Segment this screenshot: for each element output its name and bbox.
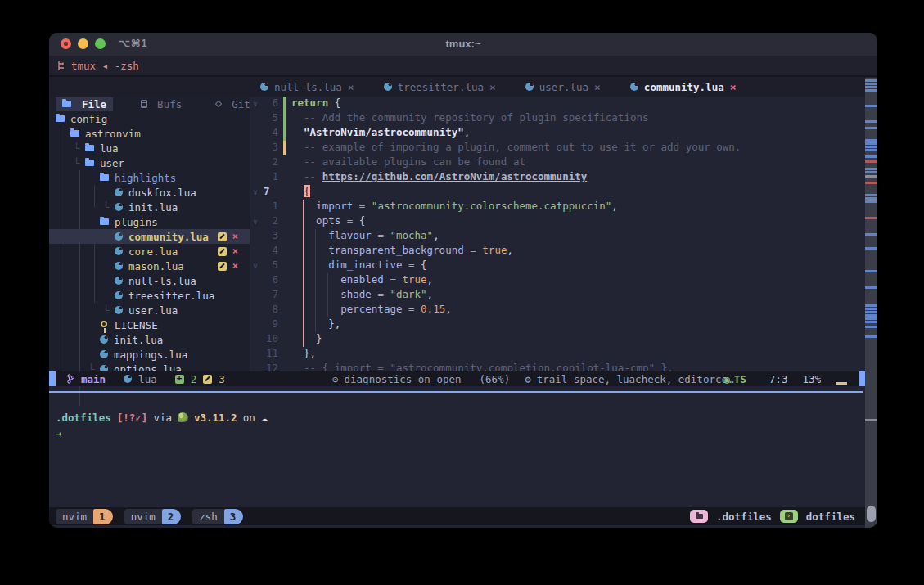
git-sign [282, 244, 288, 259]
scroll-percent: 13% [802, 373, 821, 385]
tree-item-treesitter.lua[interactable]: treesitter.lua [49, 288, 250, 303]
scrollbar-mark [865, 79, 877, 82]
tree-item-LICENSE[interactable]: LICENSE [49, 317, 250, 332]
line-number: 1 [261, 200, 282, 214]
buffer-tabline: null-ls.lua×treesitter.lua×user.lua×comm… [49, 77, 865, 97]
scrollbar-mark [865, 200, 877, 203]
scrollbar-mark [865, 89, 877, 92]
neotree-tab-file[interactable]: File [56, 97, 113, 111]
tree-item-user.lua[interactable]: └user.lua [49, 303, 250, 317]
code-line[interactable]: 4 "AstroNvim/astrocommunity", [250, 126, 865, 141]
file-tree: configastronvim└lua└userhighlightsduskfo… [49, 111, 250, 376]
terminal-tab-bar[interactable]: tmux ◂ -zsh [49, 56, 877, 77]
git-unstaged-icon: × [232, 247, 238, 256]
tree-item-label: core.lua [128, 245, 178, 258]
terminal-window: ⌥⌘1 tmux:~ tmux ◂ -zsh null-ls.lua×trees… [49, 33, 877, 528]
license-key-icon [101, 321, 107, 327]
neotree-sidebar: File Bufs Git configastronvim└lua└userhi… [49, 97, 250, 371]
tree-item-duskfox.lua[interactable]: duskfox.lua [49, 185, 250, 200]
lsp-icon: ⚙ [525, 373, 531, 385]
tree-item-null-ls.lua[interactable]: null-ls.lua [49, 273, 250, 288]
window-titlebar[interactable]: ⌥⌘1 tmux:~ [49, 33, 877, 56]
buffer-tab-null-ls.lua[interactable]: null-ls.lua× [260, 81, 354, 93]
code-text: -- https://github.com/AstroNvim/astrocom… [288, 170, 587, 185]
tree-item-mappings.lua[interactable]: mappings.lua [49, 347, 250, 362]
lua-file-icon [115, 262, 123, 270]
code-line[interactable]: 6 enabled = true, [250, 273, 865, 288]
tree-item-plugins[interactable]: plugins [49, 214, 250, 229]
tmux-right-label: .dotfiles [716, 511, 772, 523]
code-line[interactable]: 1 -- https://github.com/AstroNvim/astroc… [250, 170, 865, 185]
code-line[interactable]: 3 flavour = "mocha", [250, 229, 865, 244]
tree-item-config[interactable]: config [49, 111, 250, 126]
close-buffer-icon[interactable]: × [489, 81, 496, 93]
lua-file-icon [115, 232, 123, 241]
code-line[interactable]: 8 percentage = 0.15, [250, 303, 865, 317]
code-line[interactable]: 2 -- available plugins can be found at [250, 155, 865, 170]
scrollbar-track[interactable] [865, 78, 877, 528]
code-line[interactable]: ∨2 opts = { [250, 214, 865, 229]
code-text: opts = { [288, 214, 365, 229]
close-buffer-icon[interactable]: × [348, 81, 354, 93]
fold-column [250, 347, 261, 362]
folder-icon [70, 130, 79, 137]
code-line[interactable]: 10 } [250, 332, 865, 347]
treesitter-label: TS [734, 373, 746, 385]
tree-item-init.lua[interactable]: └init.lua [49, 200, 250, 214]
tree-item-label: LICENSE [115, 319, 158, 331]
scrollbar-mark [865, 317, 877, 320]
tree-item-label: mappings.lua [114, 349, 187, 361]
code-line[interactable]: ∨6return { [250, 97, 865, 111]
fold-arrow-icon[interactable]: ∨ [250, 97, 261, 111]
tree-item-highlights[interactable]: highlights [49, 170, 250, 185]
tree-item-init.lua[interactable]: init.lua [49, 332, 250, 347]
scrollbar-mark [865, 326, 877, 328]
prompt-on: on [243, 412, 255, 424]
tmux-window-2[interactable]: nvim2 [124, 509, 182, 524]
tree-item-user[interactable]: └user [49, 155, 250, 170]
tree-connector: └ [74, 157, 85, 169]
tree-item-community.lua[interactable]: community.lua× [49, 229, 250, 244]
code-line[interactable]: 11 }, [250, 347, 865, 362]
tree-item-lua[interactable]: └lua [49, 141, 250, 155]
ruler-cursor-mark [836, 382, 847, 385]
code-line[interactable]: 5 -- Add the community repository of plu… [250, 111, 865, 126]
fold-arrow-icon[interactable]: ∨ [250, 259, 261, 273]
tree-item-core.lua[interactable]: core.lua× [49, 244, 250, 259]
git-branch-name[interactable]: main [81, 373, 106, 385]
close-buffer-icon[interactable]: × [594, 81, 601, 93]
tmux-window-1[interactable]: nvim1 [56, 509, 113, 524]
buffer-tab-community.lua[interactable]: community.lua× [630, 81, 737, 93]
code-line[interactable]: 3 -- example of imporing a plugin, comme… [250, 141, 865, 155]
tree-item-astronvim[interactable]: astronvim [49, 126, 250, 141]
neotree-tab-bufs[interactable]: Bufs [134, 97, 188, 111]
buffer-tab-label: community.lua [644, 81, 724, 93]
tree-item-mason.lua[interactable]: mason.lua× [49, 259, 250, 273]
fold-arrow-icon[interactable]: ∨ [250, 185, 261, 200]
code-line[interactable]: 9 }, [250, 317, 865, 332]
scrollbar-mark [865, 171, 877, 173]
fold-arrow-icon[interactable]: ∨ [250, 214, 261, 229]
code-line[interactable]: ∨5 dim_inactive = { [250, 259, 865, 273]
diagnostics-label[interactable]: diagnostics_on_open [345, 373, 462, 385]
code-text: -- available plugins can be found at [288, 155, 525, 170]
git-sign [282, 97, 288, 111]
code-text: { [288, 185, 310, 200]
tmux-pane-zsh[interactable]: .dotfiles [!?✓] via v3.11.2 on ☁ → [49, 393, 865, 526]
scrollbar-thumb[interactable] [867, 506, 876, 522]
code-line[interactable]: 4 transparent_background = true, [250, 244, 865, 259]
close-buffer-icon[interactable]: × [730, 81, 737, 93]
code-line[interactable]: 1 import = "astrocommunity.colorscheme.c… [250, 200, 865, 214]
code-editor[interactable]: ∨6return {5 -- Add the community reposit… [250, 97, 865, 371]
lua-file-icon [115, 203, 123, 211]
filetype-label: lua [138, 373, 157, 385]
code-line[interactable]: 7 shade = "dark", [250, 288, 865, 303]
code-line[interactable]: ∨7 { [250, 185, 865, 200]
tmux-window-3[interactable]: zsh3 [192, 509, 243, 524]
desktop: ⌥⌘1 tmux:~ tmux ◂ -zsh null-ls.lua×trees… [0, 0, 924, 585]
lua-file-icon [115, 188, 123, 196]
buffer-tab-treesitter.lua[interactable]: treesitter.lua× [384, 81, 496, 93]
folder-icon [85, 145, 94, 151]
buffer-tab-label: treesitter.lua [398, 81, 484, 93]
buffer-tab-user.lua[interactable]: user.lua× [525, 81, 601, 93]
